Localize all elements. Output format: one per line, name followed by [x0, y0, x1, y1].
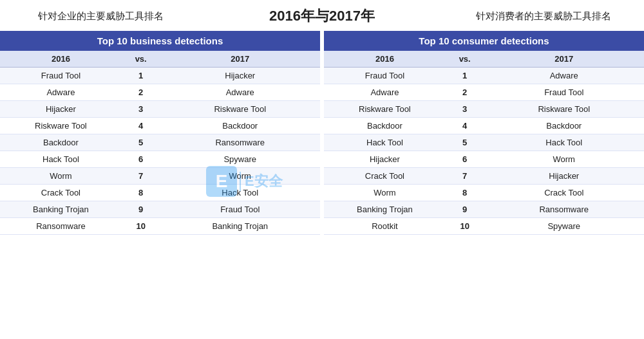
business-rank-cell: 6 [122, 151, 160, 168]
consumer-col2017-label: 2017 [484, 51, 644, 68]
business-rank-cell: 2 [122, 84, 160, 101]
business-2017-cell: Worm [160, 168, 320, 185]
business-2016-cell: Backdoor [0, 134, 122, 151]
consumer-header-row: Top 10 consumer detections [324, 31, 644, 51]
consumer-2017-cell: Ransomware [484, 201, 644, 218]
consumer-rank-cell: 10 [446, 218, 484, 235]
consumer-2016-cell: Banking Trojan [324, 201, 446, 218]
business-table-row: Fraud Tool 1 Hijacker [0, 68, 320, 84]
business-table-row: Ransomware 10 Banking Trojan [0, 218, 320, 235]
business-2017-cell: Adware [160, 84, 320, 101]
consumer-table-row: Crack Tool 7 Hijacker [324, 168, 644, 185]
consumer-2017-cell: Crack Tool [484, 185, 644, 201]
business-table-row: Banking Trojan 9 Fraud Tool [0, 201, 320, 218]
business-2017-cell: Banking Trojan [160, 218, 320, 235]
consumer-rank-cell: 9 [446, 201, 484, 218]
consumer-2016-cell: Worm [324, 185, 446, 201]
business-2016-cell: Hijacker [0, 101, 122, 118]
business-subheader-row: 2016 vs. 2017 [0, 51, 320, 68]
consumer-colvs-label: vs. [446, 51, 484, 68]
consumer-table-row: Hack Tool 5 Hack Tool [324, 134, 644, 151]
consumer-2017-cell: Fraud Tool [484, 84, 644, 101]
business-rank-cell: 8 [122, 185, 160, 201]
consumer-2016-cell: Fraud Tool [324, 68, 446, 84]
consumer-2016-cell: Backdoor [324, 118, 446, 134]
business-2017-cell: Spyware [160, 151, 320, 168]
consumer-table-row: Fraud Tool 1 Adware [324, 68, 644, 84]
business-2017-cell: Fraud Tool [160, 201, 320, 218]
consumer-rank-cell: 5 [446, 134, 484, 151]
consumer-2016-cell: Riskware Tool [324, 101, 446, 118]
business-header-row: Top 10 business detections [0, 31, 320, 51]
business-2016-cell: Worm [0, 168, 122, 185]
consumer-2017-cell: Backdoor [484, 118, 644, 134]
business-header: Top 10 business detections [0, 31, 320, 51]
business-table-row: Crack Tool 8 Hack Tool [0, 185, 320, 201]
consumer-table-row: Banking Trojan 9 Ransomware [324, 201, 644, 218]
consumer-2016-cell: Hijacker [324, 151, 446, 168]
consumer-table-row: Hijacker 6 Worm [324, 151, 644, 168]
business-table-row: Worm 7 Worm [0, 168, 320, 185]
consumer-rank-cell: 1 [446, 68, 484, 84]
title-left: 针对企业的主要威胁工具排名 [0, 10, 202, 23]
consumer-table-row: Worm 8 Crack Tool [324, 185, 644, 201]
business-rank-cell: 9 [122, 201, 160, 218]
consumer-2016-cell: Adware [324, 84, 446, 101]
business-2016-cell: Adware [0, 84, 122, 101]
business-table-row: Backdoor 5 Ransomware [0, 134, 320, 151]
business-2017-cell: Backdoor [160, 118, 320, 134]
business-table-row: Adware 2 Adware [0, 84, 320, 101]
consumer-table: Top 10 consumer detections 2016 vs. 2017 [324, 31, 644, 68]
business-colvs-label: vs. [122, 51, 160, 68]
consumer-rank-cell: 4 [446, 118, 484, 134]
consumer-table-row: Backdoor 4 Backdoor [324, 118, 644, 134]
business-2016-cell: Riskware Tool [0, 118, 122, 134]
business-table: Top 10 business detections 2016 vs. 2017 [0, 31, 320, 68]
business-2016-cell: Crack Tool [0, 185, 122, 201]
business-col2017-label: 2017 [160, 51, 320, 68]
consumer-2016-cell: Crack Tool [324, 168, 446, 185]
consumer-col2016-label: 2016 [324, 51, 446, 68]
business-2017-cell: Ransomware [160, 134, 320, 151]
consumer-2017-cell: Hijacker [484, 168, 644, 185]
consumer-table-section: Top 10 consumer detections 2016 vs. 2017… [324, 31, 644, 235]
business-2016-cell: Fraud Tool [0, 68, 122, 84]
consumer-header: Top 10 consumer detections [324, 31, 644, 51]
business-2017-cell: Hack Tool [160, 185, 320, 201]
consumer-2016-cell: Hack Tool [324, 134, 446, 151]
business-table-section: Top 10 business detections 2016 vs. 2017… [0, 31, 320, 235]
consumer-rank-cell: 2 [446, 84, 484, 101]
consumer-table-row: Adware 2 Fraud Tool [324, 84, 644, 101]
title-right: 针对消费者的主要威胁工具排名 [443, 10, 645, 23]
consumer-rank-cell: 3 [446, 101, 484, 118]
business-rank-cell: 10 [122, 218, 160, 235]
business-table-row: Hijacker 3 Riskware Tool [0, 101, 320, 118]
consumer-rank-cell: 6 [446, 151, 484, 168]
title-center: 2016年与2017年 [202, 6, 443, 26]
business-rank-cell: 5 [122, 134, 160, 151]
consumer-2017-cell: Worm [484, 151, 644, 168]
business-table-row: Riskware Tool 4 Backdoor [0, 118, 320, 134]
business-2016-cell: Hack Tool [0, 151, 122, 168]
business-data-table: Fraud Tool 1 Hijacker Adware 2 Adware Hi… [0, 68, 320, 235]
business-2016-cell: Banking Trojan [0, 201, 122, 218]
business-2017-cell: Hijacker [160, 68, 320, 84]
consumer-rank-cell: 7 [446, 168, 484, 185]
consumer-2017-cell: Hack Tool [484, 134, 644, 151]
consumer-table-row: Rootkit 10 Spyware [324, 218, 644, 235]
consumer-data-table: Fraud Tool 1 Adware Adware 2 Fraud Tool … [324, 68, 644, 235]
business-rank-cell: 3 [122, 101, 160, 118]
consumer-subheader-row: 2016 vs. 2017 [324, 51, 644, 68]
business-table-row: Hack Tool 6 Spyware [0, 151, 320, 168]
business-rank-cell: 1 [122, 68, 160, 84]
consumer-rank-cell: 8 [446, 185, 484, 201]
consumer-2017-cell: Riskware Tool [484, 101, 644, 118]
business-col2016-label: 2016 [0, 51, 122, 68]
consumer-2017-cell: Spyware [484, 218, 644, 235]
consumer-2016-cell: Rootkit [324, 218, 446, 235]
business-rank-cell: 4 [122, 118, 160, 134]
business-2016-cell: Ransomware [0, 218, 122, 235]
business-rank-cell: 7 [122, 168, 160, 185]
consumer-2017-cell: Adware [484, 68, 644, 84]
consumer-table-row: Riskware Tool 3 Riskware Tool [324, 101, 644, 118]
